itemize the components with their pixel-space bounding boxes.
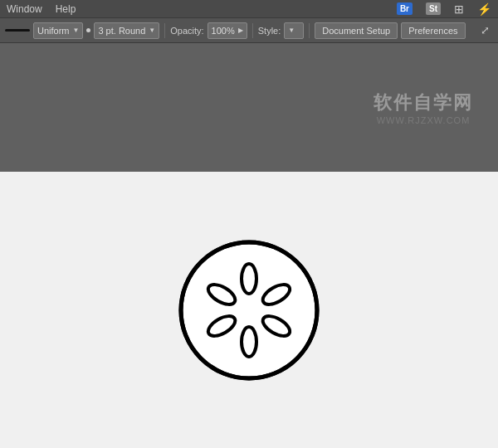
- bridge-icon[interactable]: Br: [397, 2, 413, 15]
- opacity-label: Opacity:: [170, 26, 203, 36]
- stroke-size-select[interactable]: 3 pt. Round ▼: [94, 22, 159, 39]
- doc-setup-button[interactable]: Document Setup: [315, 22, 398, 39]
- stroke-type-select[interactable]: Uniform ▼: [33, 22, 83, 39]
- grid-view-icon[interactable]: ⊞: [454, 2, 464, 16]
- stroke-type-label: Uniform: [37, 26, 70, 36]
- preferences-button[interactable]: Preferences: [401, 22, 465, 39]
- separator-1: [164, 23, 165, 38]
- opacity-arrow: ▶: [238, 27, 243, 34]
- separator-3: [309, 23, 310, 38]
- menu-bar: Window Help Br St ⊞ ⚡: [0, 0, 498, 18]
- stroke-preview: [5, 29, 30, 32]
- watermark-sub-text: WWW.RJZXW.COM: [374, 115, 473, 125]
- power-icon[interactable]: ⚡: [477, 2, 491, 16]
- stroke-type-arrow: ▼: [73, 27, 80, 34]
- svg-point-9: [242, 264, 256, 294]
- watermark-main-text: 软件自学网: [374, 90, 473, 115]
- asterisk-circle-icon: [174, 236, 324, 385]
- arrange-icon[interactable]: ⤢: [477, 22, 493, 38]
- canvas-area: [0, 172, 498, 448]
- separator-2: [252, 23, 253, 38]
- svg-point-12: [242, 327, 256, 357]
- stroke-size-label: 3 pt. Round: [98, 26, 145, 36]
- header-area: 软件自学网 WWW.RJZXW.COM: [0, 43, 498, 172]
- stroke-size-arrow: ▼: [149, 27, 155, 34]
- menu-help[interactable]: Help: [56, 3, 76, 15]
- menu-window[interactable]: Window: [7, 3, 42, 15]
- icon-container: [0, 172, 498, 448]
- style-label: Style:: [258, 26, 281, 36]
- style-arrow: ▼: [288, 27, 295, 34]
- opacity-value: 100%: [212, 26, 235, 36]
- watermark: 软件自学网 WWW.RJZXW.COM: [374, 90, 473, 125]
- stock-icon[interactable]: St: [426, 2, 441, 15]
- opacity-select[interactable]: 100% ▶: [208, 22, 247, 39]
- style-select[interactable]: ▼: [284, 22, 304, 39]
- dot-divider: [86, 28, 90, 32]
- toolbar: Uniform ▼ 3 pt. Round ▼ Opacity: 100% ▶ …: [0, 18, 498, 43]
